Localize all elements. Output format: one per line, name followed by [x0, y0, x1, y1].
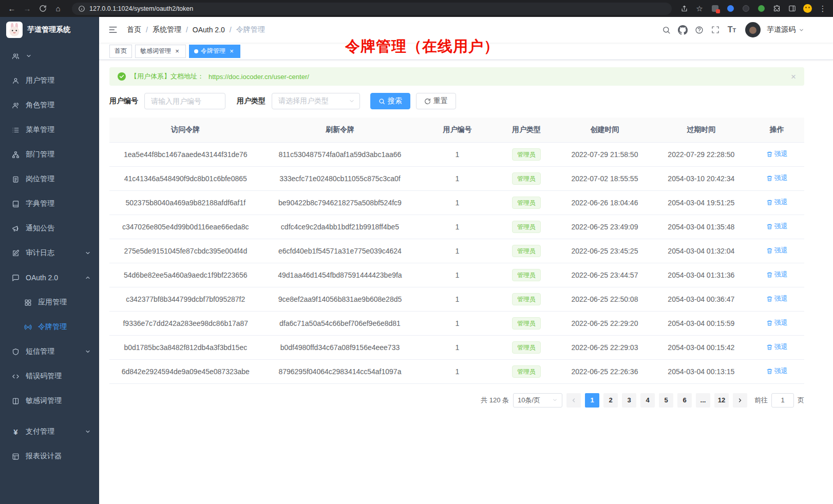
tab-label: 首页 [115, 47, 127, 55]
page-size-select[interactable]: 10条/页 [513, 393, 562, 408]
force-logout-button[interactable]: 强退 [766, 222, 788, 231]
close-icon[interactable]: × [228, 48, 235, 55]
cell-user-id: 1 [418, 215, 496, 239]
sidebar-item-sensitive-word[interactable]: 敏感词管理 [0, 389, 99, 413]
column-header: 用户编号 [418, 118, 496, 142]
side-panel-icon[interactable] [787, 4, 797, 14]
megaphone-icon [11, 225, 20, 232]
profile-avatar[interactable] [802, 4, 812, 14]
force-logout-button[interactable]: 强退 [766, 149, 788, 159]
user-avatar[interactable] [745, 22, 761, 37]
extension-red-icon[interactable] [710, 4, 720, 14]
sidebar-item-user[interactable]: 用户管理 [0, 68, 99, 93]
sidebar-item-oauth2-client[interactable]: 应用管理 [0, 290, 99, 315]
pager-page-6[interactable]: 6 [677, 393, 692, 408]
user-type-select[interactable]: 请选择用户类型 [272, 93, 360, 109]
sidebar-item-error-code[interactable]: 错误码管理 [0, 364, 99, 389]
extensions-puzzle-icon[interactable] [771, 4, 782, 14]
tab-home[interactable]: 首页 [109, 45, 132, 58]
sidebar-item-label: 字典管理 [26, 199, 91, 208]
force-logout-button[interactable]: 强退 [766, 246, 788, 255]
menu-kebab-icon[interactable]: ⋮ [818, 4, 828, 14]
sidebar-item-label: 应用管理 [38, 298, 91, 307]
sidebar-item-oauth2-token[interactable]: 令牌管理 [0, 315, 99, 339]
reset-button[interactable]: 重置 [416, 93, 456, 109]
sidebar-item-report-designer[interactable]: 报表设计器 [0, 444, 99, 469]
sidebar-item-audit-log[interactable]: 审计日志 [0, 241, 99, 265]
force-logout-button[interactable]: 强退 [766, 173, 788, 183]
breadcrumb-item[interactable]: OAuth 2.0 [193, 26, 225, 34]
sidebar-item-oauth2[interactable]: OAuth 2.0 [0, 265, 99, 290]
back-icon[interactable]: ← [5, 2, 18, 15]
force-logout-button[interactable]: 强退 [766, 270, 788, 279]
close-icon[interactable]: × [791, 72, 796, 81]
goto-page-input[interactable] [771, 393, 794, 408]
table-row: b0d1785bc3a8482f812db4a3f3bd15ecb0df4980… [109, 335, 804, 359]
cell-user-id: 1 [418, 359, 496, 383]
pager-page-2[interactable]: 2 [603, 393, 618, 408]
tab-token[interactable]: 令牌管理× [189, 45, 240, 58]
search-button[interactable]: 搜索 [370, 93, 410, 109]
font-size-icon[interactable]: TT [725, 23, 739, 37]
force-logout-button[interactable]: 强退 [766, 342, 788, 352]
sidebar-item-menu[interactable]: 菜单管理 [0, 118, 99, 142]
user-id-input[interactable] [144, 93, 225, 109]
pager-page-4[interactable]: 4 [640, 393, 655, 408]
force-logout-button[interactable]: 强退 [766, 366, 788, 376]
sidebar-item-dict[interactable]: 字典管理 [0, 191, 99, 216]
sidebar-item-pay[interactable]: ¥支付管理 [0, 419, 99, 444]
close-icon[interactable]: × [174, 48, 181, 55]
address-bar[interactable]: 127.0.0.1:1024/system/oauth2/token [72, 3, 672, 15]
extension-dark-icon[interactable] [741, 4, 751, 14]
cell-refresh-token: dfa6c71a50a54c66bef706ef9e6e8d81 [262, 311, 419, 335]
chevron-down-icon[interactable] [799, 27, 804, 33]
sidebar-item-role[interactable]: 角色管理 [0, 93, 99, 118]
nav-tools: TT 芋道源码 [659, 22, 804, 37]
prev-page-button[interactable] [566, 393, 581, 408]
sidebar-item-label: 部门管理 [26, 150, 91, 159]
signal-icon [24, 323, 32, 331]
pager-page-1[interactable]: 1 [585, 393, 599, 408]
sidebar-item-notice[interactable]: 通知公告 [0, 216, 99, 241]
bookmark-star-icon[interactable]: ☆ [694, 4, 705, 14]
cell-actions: 强退 [749, 166, 804, 190]
force-logout-button[interactable]: 强退 [766, 294, 788, 303]
sidebar-item-sms[interactable]: 短信管理 [0, 339, 99, 364]
sidebar-item-tenant[interactable]: 租户管理 [0, 44, 99, 68]
force-logout-button[interactable]: 强退 [766, 198, 788, 207]
alert-doc-link[interactable]: https://doc.iocoder.cn/user-center/ [209, 73, 309, 81]
tab-sensitive-word[interactable]: 敏感词管理× [135, 45, 186, 58]
column-header: 用户类型 [497, 118, 557, 142]
next-page-button[interactable] [733, 393, 747, 408]
filter-bar: 用户编号 用户类型 请选择用户类型 搜索 重置 [109, 93, 804, 109]
home-icon[interactable]: ⌂ [51, 2, 65, 15]
sidebar-item-dept[interactable]: 部门管理 [0, 142, 99, 167]
share-icon[interactable] [679, 4, 689, 14]
cell-expire-time: 2054-03-04 01:31:36 [653, 263, 749, 287]
fullscreen-icon[interactable] [708, 23, 723, 37]
pager-ellipsis[interactable]: ... [696, 393, 710, 408]
github-icon[interactable] [675, 23, 690, 37]
user-name[interactable]: 芋道源码 [767, 25, 796, 34]
cell-user-id: 1 [418, 263, 496, 287]
cell-user-type: 管理员 [497, 335, 557, 359]
app-logo[interactable]: 芋道管理系统 [0, 17, 99, 43]
hamburger-icon[interactable] [107, 24, 119, 35]
sidebar-item-label: 支付管理 [26, 427, 79, 436]
sidebar-item-post[interactable]: 岗位管理 [0, 167, 99, 191]
cell-user-type: 管理员 [497, 215, 557, 239]
pager-page-3[interactable]: 3 [622, 393, 636, 408]
forward-icon[interactable]: → [21, 2, 34, 15]
extension-green-icon[interactable] [756, 4, 766, 14]
breadcrumb-item[interactable]: 系统管理 [153, 25, 181, 34]
reload-icon[interactable] [36, 2, 49, 15]
site-info-icon[interactable] [78, 5, 85, 12]
search-icon[interactable] [659, 23, 673, 37]
force-logout-button[interactable]: 强退 [766, 318, 788, 327]
pager-page-12[interactable]: 12 [714, 393, 729, 408]
breadcrumb-item[interactable]: 首页 [127, 25, 141, 34]
cell-refresh-token: be90422b8c7946218275a508bf524fc9 [262, 190, 419, 215]
extension-blue-icon[interactable] [725, 4, 735, 14]
help-icon[interactable] [692, 23, 706, 37]
pager-page-5[interactable]: 5 [659, 393, 673, 408]
